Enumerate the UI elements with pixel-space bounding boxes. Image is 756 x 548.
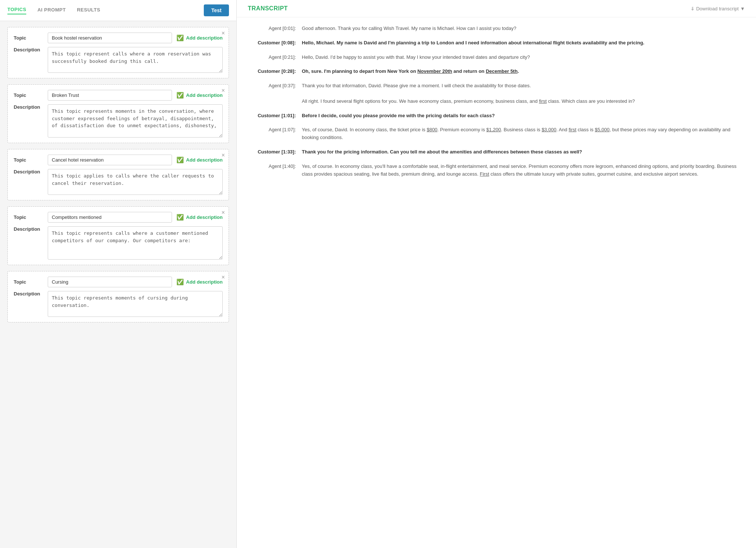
- topic-label: Topic: [14, 214, 43, 220]
- underlined-text: First: [480, 171, 489, 177]
- transcript-row: Agent [0:37]:Thank you for that informat…: [248, 82, 745, 105]
- topic-input[interactable]: [48, 212, 172, 223]
- speaker-label: Agent [0:01]:: [248, 25, 296, 31]
- message-text: Yes, of course. In economy class, you'll…: [302, 163, 745, 178]
- topic-close-button[interactable]: ×: [222, 274, 225, 280]
- speaker-label: Agent [0:37]:: [248, 82, 296, 88]
- underlined-text: $1,200: [486, 127, 501, 132]
- message-text: Before I decide, could you please provid…: [302, 112, 745, 120]
- speaker-label: Agent [0:21]:: [248, 54, 296, 60]
- topic-input[interactable]: [48, 33, 172, 43]
- underlined-text: December 5th: [486, 68, 517, 74]
- transcript-body: Agent [0:01]:Good afternoon. Thank you f…: [237, 17, 756, 548]
- right-panel: TRANSCRIPT ⇓ Download transcript ▼ Agent…: [237, 0, 756, 548]
- topic-label: Topic: [14, 157, 43, 163]
- description-label: Description: [14, 47, 43, 53]
- underlined-text: first: [568, 127, 576, 132]
- topic-label: Topic: [14, 35, 43, 41]
- speaker-label: Customer [0:08]:: [248, 39, 296, 45]
- topic-input[interactable]: [48, 90, 172, 101]
- description-textarea[interactable]: This topic represent calls where a room …: [48, 47, 223, 73]
- tab-results[interactable]: RESULTS: [77, 7, 100, 14]
- speaker-label: Agent [1:40]:: [248, 163, 296, 169]
- topic-card: ×Topic✅ Add descriptionDescriptionThis t…: [7, 271, 229, 322]
- add-description-button[interactable]: ✅ Add description: [176, 156, 223, 163]
- description-textarea[interactable]: This topic represents moments in the con…: [48, 104, 223, 138]
- transcript-row: Agent [1:40]:Yes, of course. In economy …: [248, 163, 745, 178]
- topic-card: ×Topic✅ Add descriptionDescriptionThis t…: [7, 149, 229, 200]
- add-description-button[interactable]: ✅ Add description: [176, 92, 223, 99]
- download-icon: ⇓: [691, 6, 695, 11]
- topics-list: ×Topic✅ Add descriptionDescriptionThis t…: [0, 21, 236, 548]
- description-textarea[interactable]: This topic represents calls where a cust…: [48, 226, 223, 260]
- description-label: Description: [14, 226, 43, 232]
- transcript-row: Agent [0:01]:Good afternoon. Thank you f…: [248, 25, 745, 33]
- topic-input[interactable]: [48, 155, 172, 165]
- transcript-row: Customer [0:28]:Oh, sure. I'm planning t…: [248, 68, 745, 75]
- add-description-button[interactable]: ✅ Add description: [176, 214, 223, 221]
- transcript-row: Agent [0:21]:Hello, David. I'd be happy …: [248, 54, 745, 61]
- underlined-text: $5,000: [595, 127, 610, 132]
- speaker-label: Agent [1:07]:: [248, 126, 296, 132]
- message-text: Thank you for the pricing information. C…: [302, 148, 745, 156]
- tab-ai-prompt[interactable]: AI PROMPT: [37, 7, 66, 14]
- topic-label: Topic: [14, 92, 43, 98]
- add-description-button[interactable]: ✅ Add description: [176, 34, 223, 41]
- speaker-label: Customer [1:33]:: [248, 148, 296, 155]
- check-icon: ✅: [176, 34, 184, 41]
- topic-close-button[interactable]: ×: [222, 30, 225, 36]
- left-panel: TOPICS AI PROMPT RESULTS Test ×Topic✅ Ad…: [0, 0, 237, 548]
- test-button[interactable]: Test: [204, 4, 229, 16]
- speaker-label: Customer [0:28]:: [248, 68, 296, 74]
- topic-close-button[interactable]: ×: [222, 152, 225, 158]
- transcript-row: Agent [1:07]:Yes, of course, David. In e…: [248, 126, 745, 142]
- check-icon: ✅: [176, 92, 184, 99]
- message-text: Hello, David. I'd be happy to assist you…: [302, 54, 745, 61]
- add-description-button[interactable]: ✅ Add description: [176, 278, 223, 285]
- check-icon: ✅: [176, 278, 184, 285]
- topic-input[interactable]: [48, 277, 172, 287]
- transcript-row: Customer [1:33]:Thank you for the pricin…: [248, 148, 745, 156]
- description-label: Description: [14, 104, 43, 110]
- tab-topics[interactable]: TOPICS: [7, 7, 26, 14]
- underlined-text: $800: [427, 127, 438, 132]
- topic-card: ×Topic✅ Add descriptionDescriptionThis t…: [7, 27, 229, 78]
- message-text: Yes, of course, David. In economy class,…: [302, 126, 745, 142]
- topic-close-button[interactable]: ×: [222, 88, 225, 94]
- underlined-text: November 20th: [417, 68, 452, 74]
- topic-label: Topic: [14, 279, 43, 285]
- speaker-label: Customer [1:01]:: [248, 112, 296, 118]
- message-text: Hello, Michael. My name is David and I'm…: [302, 39, 745, 47]
- transcript-row: Customer [1:01]:Before I decide, could y…: [248, 112, 745, 120]
- description-textarea[interactable]: This topic represents moments of cursing…: [48, 291, 223, 317]
- underlined-text: first: [539, 98, 547, 104]
- topic-card: ×Topic✅ Add descriptionDescriptionThis t…: [7, 206, 229, 265]
- transcript-header: TRANSCRIPT ⇓ Download transcript ▼: [237, 0, 756, 17]
- description-label: Description: [14, 169, 43, 175]
- transcript-row: Customer [0:08]:Hello, Michael. My name …: [248, 39, 745, 47]
- transcript-title: TRANSCRIPT: [248, 5, 288, 12]
- download-label: Download transcript: [696, 6, 739, 11]
- underlined-text: $3,000: [541, 127, 556, 132]
- download-transcript-button[interactable]: ⇓ Download transcript ▼: [691, 6, 745, 11]
- message-text: Oh, sure. I'm planning to depart from Ne…: [302, 68, 745, 75]
- check-icon: ✅: [176, 214, 184, 221]
- topic-close-button[interactable]: ×: [222, 210, 225, 216]
- description-label: Description: [14, 291, 43, 297]
- topic-card: ×Topic✅ Add descriptionDescriptionThis t…: [7, 84, 229, 143]
- description-textarea[interactable]: This topic applies to calls where the ca…: [48, 169, 223, 195]
- check-icon: ✅: [176, 156, 184, 163]
- message-text: Good afternoon. Thank you for calling Wi…: [302, 25, 745, 33]
- tabs-header: TOPICS AI PROMPT RESULTS Test: [0, 0, 236, 21]
- message-text: Thank you for that information, David. P…: [302, 82, 745, 105]
- chevron-down-icon: ▼: [740, 6, 745, 11]
